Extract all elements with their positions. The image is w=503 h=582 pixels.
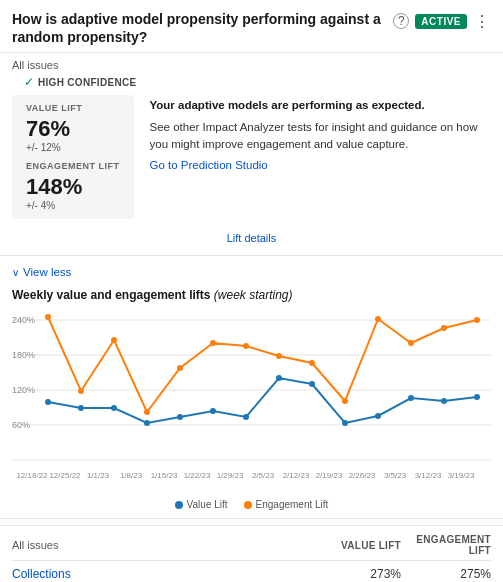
svg-text:2/19/23: 2/19/23 xyxy=(316,471,343,480)
table-row-name[interactable]: Collections xyxy=(12,567,311,581)
table-row: Collections 273% 275% xyxy=(12,561,491,582)
issues-table: All issues VALUE LIFT ENGAGEMENT LIFT Co… xyxy=(0,525,503,582)
view-less-label: View less xyxy=(23,266,71,278)
svg-text:2/26/23: 2/26/23 xyxy=(349,471,376,480)
legend-engagement-label: Engagement Lift xyxy=(256,499,329,510)
value-lift-change: +/- 12% xyxy=(26,142,120,153)
svg-text:1/1/23: 1/1/23 xyxy=(87,471,110,480)
svg-text:60%: 60% xyxy=(12,420,30,430)
svg-point-31 xyxy=(309,360,315,366)
svg-point-19 xyxy=(375,413,381,419)
svg-point-35 xyxy=(441,325,447,331)
svg-point-25 xyxy=(111,337,117,343)
svg-point-33 xyxy=(375,316,381,322)
chart-svg: 240% 180% 120% 60% xyxy=(12,310,491,485)
svg-point-18 xyxy=(342,420,348,426)
view-less-row[interactable]: ∨ View less xyxy=(0,262,503,284)
legend-engagement-lift: Engagement Lift xyxy=(244,499,329,510)
chart-title: Weekly value and engagement lifts (week … xyxy=(12,288,491,302)
engagement-lift-change: +/- 4% xyxy=(26,200,120,211)
svg-point-17 xyxy=(309,381,315,387)
svg-point-21 xyxy=(441,398,447,404)
table-col-name: All issues xyxy=(12,539,311,551)
svg-text:2/5/23: 2/5/23 xyxy=(252,471,275,480)
svg-point-15 xyxy=(243,414,249,420)
confidence-check-icon: ✓ xyxy=(24,75,34,89)
help-icon[interactable]: ? xyxy=(393,13,409,29)
svg-point-14 xyxy=(210,408,216,414)
chevron-up-icon: ∨ xyxy=(12,267,19,278)
svg-point-12 xyxy=(144,420,150,426)
confidence-badge: ✓ HIGH CONFIDENCE xyxy=(12,73,491,95)
confidence-text: HIGH CONFIDENCE xyxy=(38,77,136,88)
chart-section: Weekly value and engagement lifts (week … xyxy=(0,284,503,518)
svg-point-29 xyxy=(243,343,249,349)
page-title: How is adaptive model propensity perform… xyxy=(12,10,393,46)
svg-point-24 xyxy=(78,388,84,394)
prediction-studio-link[interactable]: Go to Prediction Studio xyxy=(150,159,268,171)
lift-details-link[interactable]: Lift details xyxy=(227,232,277,244)
svg-text:3/19/23: 3/19/23 xyxy=(448,471,475,480)
all-issues-label: All issues xyxy=(12,59,491,73)
svg-point-23 xyxy=(45,314,51,320)
legend-engagement-dot xyxy=(244,501,252,509)
svg-point-20 xyxy=(408,395,414,401)
page-header: How is adaptive model propensity perform… xyxy=(0,0,503,53)
svg-point-36 xyxy=(474,317,480,323)
svg-point-13 xyxy=(177,414,183,420)
svg-point-32 xyxy=(342,398,348,404)
table-row-value-lift: 273% xyxy=(311,567,401,581)
divider-2 xyxy=(0,518,503,519)
svg-point-34 xyxy=(408,340,414,346)
svg-point-26 xyxy=(144,409,150,415)
all-issues-section: All issues ✓ HIGH CONFIDENCE xyxy=(0,53,503,95)
svg-text:12/25/22: 12/25/22 xyxy=(49,471,81,480)
table-col-engagement-lift: ENGAGEMENT LIFT xyxy=(401,534,491,556)
svg-point-22 xyxy=(474,394,480,400)
table-col-value-lift: VALUE LIFT xyxy=(311,540,401,551)
svg-text:240%: 240% xyxy=(12,315,35,325)
engagement-lift-value: 148% xyxy=(26,174,120,200)
metrics-row: VALUE LIFT 76% +/- 12% ENGAGEMENT LIFT 1… xyxy=(0,95,503,227)
svg-text:2/12/23: 2/12/23 xyxy=(283,471,310,480)
metrics-description: Your adaptive models are performing as e… xyxy=(134,95,492,219)
more-icon[interactable]: ⋮ xyxy=(473,12,491,30)
chart-legend: Value Lift Engagement Lift xyxy=(12,499,491,510)
svg-text:1/22/23: 1/22/23 xyxy=(184,471,211,480)
legend-value-dot xyxy=(175,501,183,509)
table-row-engagement-lift: 275% xyxy=(401,567,491,581)
table-body: Collections 273% 275% Grow 70% 136% Nurt… xyxy=(12,561,491,582)
svg-point-28 xyxy=(210,340,216,346)
svg-point-27 xyxy=(177,365,183,371)
active-badge: ACTIVE xyxy=(415,14,467,29)
svg-text:12/18/22: 12/18/22 xyxy=(16,471,48,480)
engagement-lift-label: ENGAGEMENT LIFT xyxy=(26,161,120,171)
svg-point-11 xyxy=(111,405,117,411)
lift-details-section: Lift details xyxy=(0,227,503,255)
svg-text:120%: 120% xyxy=(12,385,35,395)
legend-value-label: Value Lift xyxy=(187,499,228,510)
value-lift-value: 76% xyxy=(26,116,120,142)
chart-container: 240% 180% 120% 60% xyxy=(12,310,491,495)
svg-text:3/12/23: 3/12/23 xyxy=(415,471,442,480)
svg-point-30 xyxy=(276,353,282,359)
svg-text:1/8/23: 1/8/23 xyxy=(120,471,143,480)
description-body: See other Impact Analyzer tests for insi… xyxy=(150,119,480,154)
metrics-box: VALUE LIFT 76% +/- 12% ENGAGEMENT LIFT 1… xyxy=(12,95,134,219)
svg-point-10 xyxy=(78,405,84,411)
header-actions: ? ACTIVE ⋮ xyxy=(393,12,491,30)
svg-text:3/5/23: 3/5/23 xyxy=(384,471,407,480)
description-title: Your adaptive models are performing as e… xyxy=(150,97,480,114)
svg-point-16 xyxy=(276,375,282,381)
svg-text:1/29/23: 1/29/23 xyxy=(217,471,244,480)
svg-text:1/15/23: 1/15/23 xyxy=(151,471,178,480)
legend-value-lift: Value Lift xyxy=(175,499,228,510)
svg-point-9 xyxy=(45,399,51,405)
svg-text:180%: 180% xyxy=(12,350,35,360)
value-lift-label: VALUE LIFT xyxy=(26,103,120,113)
table-header: All issues VALUE LIFT ENGAGEMENT LIFT xyxy=(12,534,491,561)
divider-1 xyxy=(0,255,503,256)
